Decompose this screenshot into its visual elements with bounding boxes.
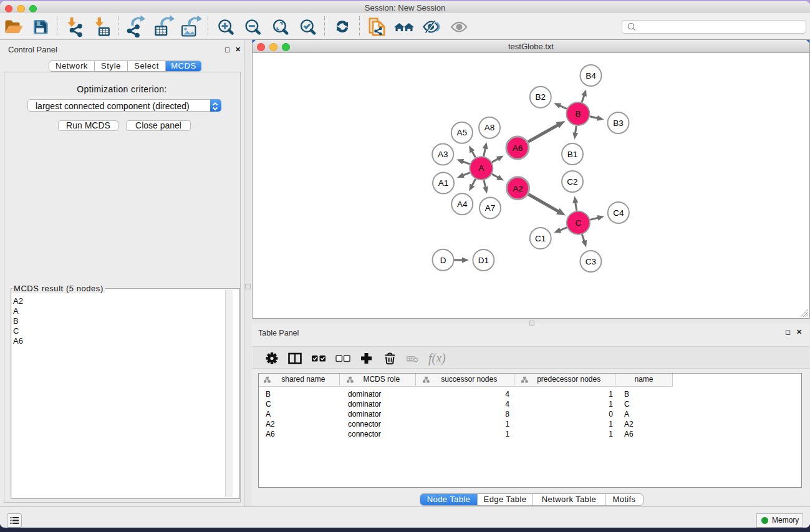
svg-text:B4: B4 [586, 71, 596, 80]
svg-text:A2: A2 [513, 184, 523, 193]
svg-text:C: C [576, 218, 582, 228]
svg-text:D1: D1 [478, 256, 489, 265]
svg-text:A5: A5 [457, 128, 468, 137]
svg-text:A6: A6 [513, 143, 523, 153]
svg-text:A1: A1 [438, 178, 449, 188]
svg-text:A7: A7 [485, 203, 496, 213]
svg-text:C1: C1 [535, 234, 546, 243]
svg-text:B1: B1 [567, 150, 578, 159]
svg-text:A4: A4 [457, 200, 468, 209]
svg-text:D: D [440, 256, 446, 265]
svg-text:A8: A8 [485, 123, 495, 132]
svg-text:C4: C4 [613, 208, 624, 218]
svg-text:A3: A3 [438, 150, 448, 159]
svg-text:A: A [478, 163, 484, 173]
svg-text:B2: B2 [536, 92, 546, 102]
svg-text:B3: B3 [613, 118, 624, 128]
svg-text:C2: C2 [567, 177, 577, 186]
svg-text:B: B [575, 109, 581, 118]
svg-text:C3: C3 [586, 257, 596, 266]
svg-text:f(x): f(x) [428, 351, 446, 365]
